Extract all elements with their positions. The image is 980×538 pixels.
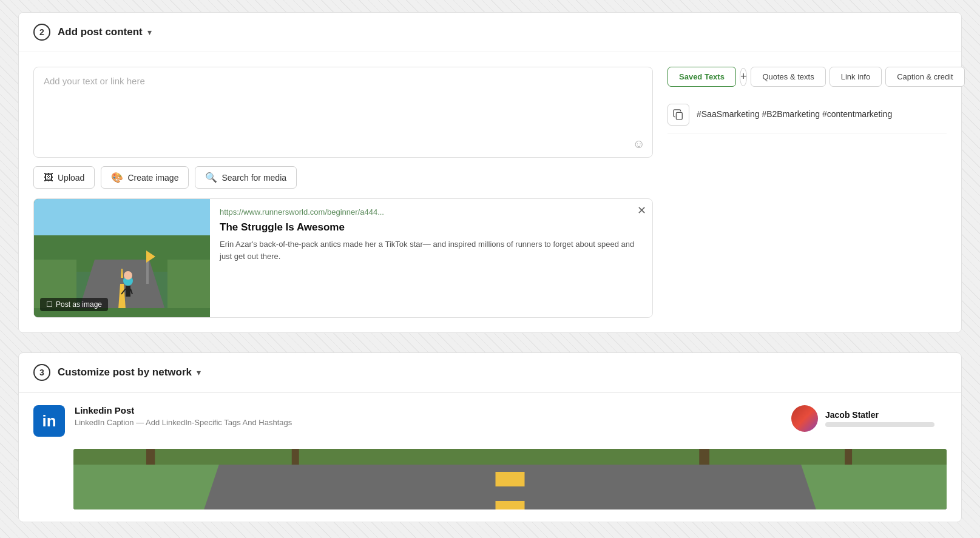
network-name: Linkedin Post — [75, 405, 767, 415]
post-text-area[interactable]: Add your text or link here ☺ — [33, 67, 653, 158]
right-column: Saved Texts + Quotes & texts Link info C… — [667, 67, 947, 318]
svg-rect-29 — [845, 449, 852, 465]
checkbox-icon: ☐ — [46, 300, 53, 309]
section-3-chevron[interactable]: ▾ — [197, 368, 201, 377]
post-as-image-label: Post as image — [56, 300, 102, 309]
create-image-button[interactable]: 🎨 Create image — [101, 166, 189, 189]
svg-marker-21 — [73, 465, 219, 509]
tab-add-button[interactable]: + — [740, 68, 748, 86]
svg-rect-23 — [146, 449, 155, 465]
svg-rect-27 — [699, 449, 709, 465]
create-image-label: Create image — [127, 173, 178, 183]
paint-icon: 🎨 — [111, 172, 123, 183]
copy-icon[interactable] — [667, 104, 689, 126]
search-icon: 🔍 — [205, 172, 217, 183]
search-media-label: Search for media — [221, 173, 286, 183]
link-preview-image: ☐ Post as image — [34, 199, 210, 317]
section-2-number: 2 — [33, 24, 50, 41]
svg-rect-18 — [496, 472, 525, 486]
section-2-card: 2 Add post content ▾ Add your text or li… — [18, 12, 962, 333]
linkedin-network-item: in Linkedin Post LinkedIn Caption — Add … — [19, 392, 961, 449]
svg-rect-13 — [146, 260, 149, 284]
tab-quotes-texts[interactable]: Quotes & texts — [751, 67, 825, 87]
svg-marker-22 — [801, 465, 947, 509]
preview-user-name: Jacob Statler — [825, 410, 947, 420]
svg-rect-19 — [496, 501, 525, 509]
text-area-placeholder: Add your text or link here — [44, 76, 145, 86]
svg-rect-25 — [292, 449, 299, 465]
svg-rect-15 — [676, 112, 682, 119]
section-3-number: 3 — [33, 364, 50, 381]
link-preview-content: https://www.runnersworld.com/beginner/a4… — [210, 199, 652, 317]
emoji-picker-icon[interactable]: ☺ — [633, 137, 645, 151]
preview-bar — [825, 422, 934, 427]
section-2-chevron[interactable]: ▾ — [147, 27, 152, 37]
network-info: Linkedin Post LinkedIn Caption — Add Lin… — [75, 405, 767, 427]
road-preview-image — [73, 449, 947, 509]
section-3-title: Customize post by network — [58, 366, 192, 378]
network-caption: LinkedIn Caption — Add LinkedIn-Specific… — [75, 418, 767, 427]
post-as-image-button[interactable]: ☐ Post as image — [40, 298, 108, 311]
left-column: Add your text or link here ☺ 🖼 Upload 🎨 … — [33, 67, 653, 318]
preview-info: Jacob Statler — [825, 410, 947, 427]
media-buttons-row: 🖼 Upload 🎨 Create image 🔍 Search for med… — [33, 166, 653, 189]
saved-text-content: #SaaSmarketing #B2Bmarketing #contentmar… — [697, 109, 892, 121]
tab-caption-credit[interactable]: Caption & credit — [885, 67, 965, 87]
road-preview-wrap — [19, 449, 961, 522]
tabs-row: Saved Texts + Quotes & texts Link info C… — [667, 67, 947, 87]
linkedin-icon: in — [42, 412, 56, 431]
svg-point-12 — [124, 271, 132, 280]
search-media-button[interactable]: 🔍 Search for media — [195, 166, 297, 189]
section-2-title: Add post content — [58, 26, 143, 38]
section-2-body: Add your text or link here ☺ 🖼 Upload 🎨 … — [19, 52, 961, 332]
link-title: The Struggle Is Awesome — [220, 221, 643, 234]
avatar — [791, 405, 818, 432]
section-3-body: in Linkedin Post LinkedIn Caption — Add … — [19, 392, 961, 522]
svg-rect-9 — [126, 286, 130, 297]
link-url[interactable]: https://www.runnersworld.com/beginner/a4… — [220, 207, 643, 217]
linkedin-logo: in — [33, 405, 65, 437]
link-preview-close-button[interactable]: ✕ — [637, 205, 646, 216]
section-3-header: 3 Customize post by network ▾ — [19, 353, 961, 392]
upload-icon: 🖼 — [44, 172, 53, 183]
saved-text-item: #SaaSmarketing #B2Bmarketing #contentmar… — [667, 96, 947, 133]
upload-label: Upload — [58, 173, 84, 183]
network-preview: Jacob Statler — [791, 405, 947, 432]
section-3-card: 3 Customize post by network ▾ in Linkedi… — [18, 352, 962, 522]
section-2-header: 2 Add post content ▾ — [19, 13, 961, 52]
link-description: Erin Azar's back-of-the-pack antics made… — [220, 238, 643, 262]
avatar-image — [791, 405, 818, 432]
tab-saved-texts[interactable]: Saved Texts — [667, 67, 736, 87]
upload-button[interactable]: 🖼 Upload — [33, 166, 95, 189]
link-preview-card: ☐ Post as image https://www.runnersworld… — [33, 198, 653, 318]
tab-link-info[interactable]: Link info — [830, 67, 882, 87]
